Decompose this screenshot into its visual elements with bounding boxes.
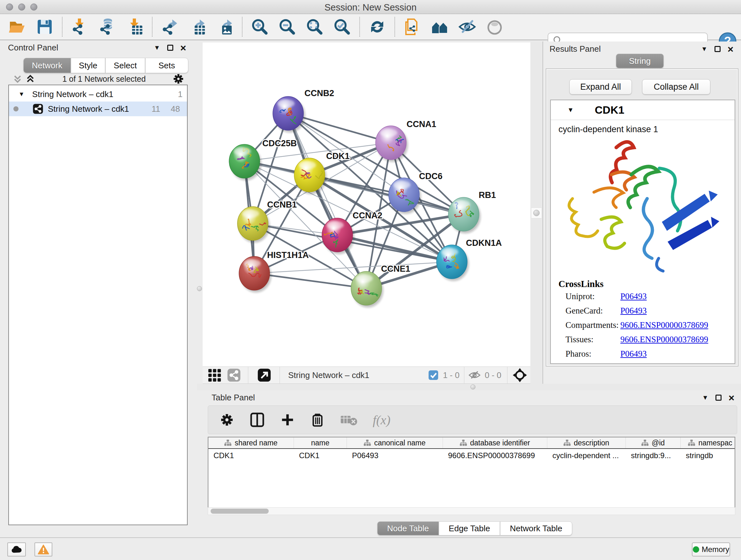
gene-header[interactable]: ▼ CDK1 — [551, 100, 735, 120]
delete-column-icon[interactable] — [310, 413, 325, 427]
zoom-selected-icon[interactable] — [333, 18, 351, 36]
tab-style[interactable]: Style — [71, 58, 105, 73]
column-header-database-identifier[interactable]: database identifier — [443, 437, 547, 448]
close-panel-icon[interactable]: × — [180, 45, 186, 51]
grid-view-icon[interactable] — [207, 368, 222, 382]
node-table: shared namenamecanonical namedatabase id… — [208, 437, 735, 515]
zoom-fit-icon[interactable] — [306, 18, 324, 36]
save-icon[interactable] — [36, 18, 54, 36]
edge-ccnb2-ccne1[interactable] — [288, 113, 366, 288]
gene-symbol: CDK1 — [595, 104, 624, 116]
tab-select[interactable]: Select — [105, 58, 145, 73]
open-icon[interactable] — [8, 18, 26, 36]
collapse-all-button[interactable]: Collapse All — [642, 79, 711, 95]
float-panel-icon[interactable] — [167, 45, 173, 51]
export-network-icon[interactable] — [161, 18, 179, 36]
crosslink-link[interactable]: P06493 — [620, 306, 647, 316]
node-ccne1[interactable] — [351, 271, 383, 307]
table-cell[interactable]: stringdb:9... — [626, 451, 681, 460]
zoom-out-icon[interactable] — [278, 18, 296, 36]
table-cell[interactable]: CDK1 — [208, 451, 294, 460]
network-graph[interactable]: CCNB2CCNA1CDC25BCDK1CDC6RB1CCNB1CCNA2CDK… — [203, 43, 530, 367]
protein-query-icon[interactable] — [431, 18, 449, 36]
add-column-icon[interactable] — [280, 413, 295, 427]
crosslink-link[interactable]: 9606.ENSP00000378699 — [620, 320, 708, 330]
column-header-namespac[interactable]: namespac — [681, 437, 735, 448]
column-type-icon — [460, 439, 467, 446]
tab-network[interactable]: Network — [23, 58, 71, 73]
crosslink-link[interactable]: 9606.ENSP00000378699 — [620, 334, 708, 345]
import-database-icon[interactable] — [98, 18, 116, 36]
vertical-splitter-handle[interactable] — [531, 207, 542, 219]
options-gear-icon[interactable] — [172, 73, 185, 85]
left-splitter-handle[interactable] — [197, 286, 202, 291]
tab-edge-table[interactable]: Edge Table — [439, 521, 500, 536]
graphics-details-icon[interactable] — [486, 18, 503, 36]
horizontal-splitter-handle[interactable] — [470, 384, 475, 389]
node-cdk1[interactable] — [294, 158, 327, 194]
zoom-in-icon[interactable] — [251, 18, 269, 36]
expand-all-button[interactable]: Expand All — [569, 79, 632, 95]
column-header-name[interactable]: name — [294, 437, 347, 448]
cloud-button[interactable] — [7, 543, 26, 557]
import-table-icon[interactable] — [126, 18, 144, 36]
column-header-shared-name[interactable]: shared name — [208, 437, 294, 448]
tab-string[interactable]: String — [616, 54, 664, 68]
table-cell[interactable]: CDK1 — [294, 451, 347, 460]
table-cell[interactable]: stringdb — [681, 451, 735, 460]
refresh-icon[interactable] — [368, 18, 386, 36]
share-view-icon[interactable] — [227, 368, 241, 382]
crosslink-link[interactable]: P06493 — [620, 292, 647, 301]
table-cell[interactable]: P06493 — [347, 451, 443, 460]
memory-status-dot — [693, 546, 699, 553]
column-header-canonical-name[interactable]: canonical name — [347, 437, 443, 448]
crosshair-icon[interactable] — [513, 368, 527, 382]
export-image-icon[interactable] — [216, 18, 233, 36]
collection-expand-icon[interactable]: ▼ — [18, 91, 24, 98]
memory-button[interactable]: Memory — [692, 543, 730, 557]
crosslink-link[interactable]: P06493 — [620, 349, 647, 359]
tab-sets[interactable]: Sets — [145, 58, 188, 73]
collapse-all-icon[interactable] — [12, 73, 23, 84]
node-ccna1[interactable] — [376, 126, 408, 162]
network-collection-row[interactable]: ▼ String Network – cdk1 1 — [9, 87, 187, 102]
expand-all-icon[interactable] — [25, 73, 36, 84]
node-cdc25b[interactable] — [229, 144, 261, 180]
collapse-gene-icon[interactable]: ▼ — [567, 106, 574, 114]
panel-menu-icon[interactable]: ▼ — [154, 44, 160, 51]
horizontal-splitter[interactable] — [197, 384, 741, 390]
column-header-description[interactable]: description — [547, 437, 626, 448]
table-cell[interactable]: 9606.ENSP00000378699 — [443, 451, 547, 460]
clone-document-icon[interactable] — [403, 18, 421, 36]
network-row[interactable]: String Network – cdk1 11 48 — [9, 102, 187, 116]
float-panel-icon[interactable] — [715, 46, 721, 52]
tab-node-table[interactable]: Node Table — [377, 521, 439, 536]
tab-network-table[interactable]: Network Table — [500, 521, 572, 536]
table-row[interactable]: CDK1CDK1P064939606.ENSP00000378699cyclin… — [208, 449, 735, 462]
network-canvas[interactable]: CCNB2CCNA1CDC25BCDK1CDC6RB1CCNB1CCNA2CDK… — [203, 43, 530, 367]
node-cdkn1a[interactable] — [436, 245, 469, 281]
selected-checkbox-icon[interactable] — [428, 370, 439, 380]
table-cell[interactable]: cyclin-dependent ... — [547, 451, 626, 460]
hide-selected-icon[interactable] — [458, 18, 476, 36]
node-ccna2[interactable] — [322, 218, 354, 254]
table-options-gear-icon[interactable] — [219, 413, 234, 427]
close-panel-icon[interactable]: × — [729, 395, 735, 401]
panel-menu-icon[interactable]: ▼ — [701, 45, 708, 53]
vertical-splitter[interactable] — [530, 42, 542, 384]
float-panel-icon[interactable] — [716, 395, 722, 401]
table-hscrollbar[interactable] — [208, 507, 735, 515]
show-columns-icon[interactable] — [250, 412, 265, 428]
export-table-icon[interactable] — [188, 18, 206, 36]
import-network-icon[interactable] — [71, 18, 89, 36]
node-hist1h1a[interactable] — [239, 256, 271, 293]
close-panel-icon[interactable]: × — [728, 46, 734, 52]
table-hscrollbar-thumb[interactable] — [211, 509, 269, 514]
column-header--id[interactable]: @id — [626, 437, 681, 448]
panel-menu-icon[interactable]: ▼ — [702, 394, 709, 401]
node-rb1[interactable] — [448, 197, 481, 233]
open-in-window-icon[interactable] — [257, 368, 271, 382]
node-ccnb2[interactable] — [273, 97, 305, 132]
warnings-button[interactable] — [35, 543, 52, 557]
network-panel: CCNB2CCNA1CDC25BCDK1CDC6RB1CCNB1CCNA2CDK… — [203, 42, 530, 384]
